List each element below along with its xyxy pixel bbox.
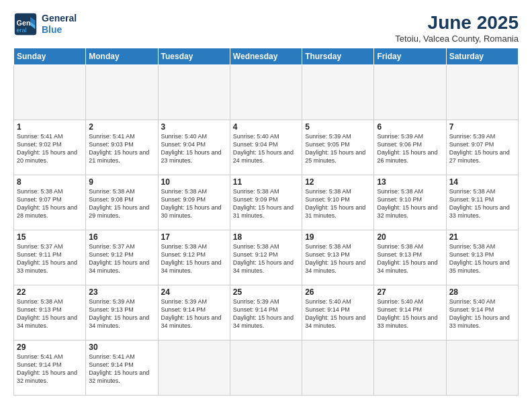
- weekday-header-row: SundayMondayTuesdayWednesdayThursdayFrid…: [14, 48, 519, 65]
- day-number: 14: [449, 177, 515, 187]
- calendar-cell: 16Sunrise: 5:37 AMSunset: 9:12 PMDayligh…: [86, 230, 158, 285]
- day-number: 10: [161, 177, 227, 187]
- calendar-cell: 24Sunrise: 5:39 AMSunset: 9:14 PMDayligh…: [158, 285, 230, 340]
- logo-text: General Blue: [42, 13, 77, 36]
- day-number: 11: [233, 177, 299, 187]
- svg-text:eral: eral: [17, 27, 27, 34]
- calendar-cell: [446, 65, 518, 120]
- day-detail: Sunrise: 5:38 AMSunset: 9:12 PMDaylight:…: [161, 242, 227, 275]
- calendar-cell: 20Sunrise: 5:38 AMSunset: 9:13 PMDayligh…: [374, 230, 446, 285]
- day-detail: Sunrise: 5:37 AMSunset: 9:12 PMDaylight:…: [89, 242, 154, 275]
- day-number: 9: [89, 177, 154, 187]
- calendar-cell: [302, 65, 374, 120]
- calendar-cell: [230, 65, 302, 120]
- calendar-cell: [14, 65, 86, 120]
- calendar-cell: [302, 340, 374, 396]
- day-number: 24: [161, 287, 227, 297]
- day-detail: Sunrise: 5:39 AMSunset: 9:14 PMDaylight:…: [161, 298, 227, 330]
- day-number: 17: [161, 232, 227, 242]
- calendar-cell: [158, 340, 230, 396]
- calendar-cell: 3Sunrise: 5:40 AMSunset: 9:04 PMDaylight…: [158, 120, 230, 175]
- title-block: June 2025 Tetoiu, Valcea County, Romania: [395, 12, 519, 44]
- day-detail: Sunrise: 5:41 AMSunset: 9:02 PMDaylight:…: [17, 132, 83, 165]
- calendar-week-row: 1Sunrise: 5:41 AMSunset: 9:02 PMDaylight…: [14, 120, 519, 175]
- day-number: 15: [17, 232, 83, 242]
- day-number: 20: [377, 232, 443, 242]
- day-detail: Sunrise: 5:40 AMSunset: 9:14 PMDaylight:…: [305, 298, 371, 330]
- day-detail: Sunrise: 5:38 AMSunset: 9:13 PMDaylight:…: [377, 242, 443, 275]
- day-number: 13: [377, 177, 443, 187]
- day-number: 21: [449, 232, 515, 242]
- day-number: 5: [305, 122, 371, 132]
- calendar-week-row: 8Sunrise: 5:38 AMSunset: 9:07 PMDaylight…: [14, 175, 519, 230]
- day-detail: Sunrise: 5:41 AMSunset: 9:14 PMDaylight:…: [17, 353, 83, 385]
- day-number: 7: [449, 122, 515, 132]
- calendar-cell: 25Sunrise: 5:39 AMSunset: 9:14 PMDayligh…: [230, 285, 302, 340]
- calendar-cell: 12Sunrise: 5:38 AMSunset: 9:10 PMDayligh…: [302, 175, 374, 230]
- day-number: 22: [17, 287, 83, 297]
- weekday-header-sunday: Sunday: [14, 48, 86, 65]
- day-detail: Sunrise: 5:41 AMSunset: 9:14 PMDaylight:…: [89, 353, 154, 385]
- day-number: 8: [17, 177, 83, 187]
- calendar-cell: [230, 340, 302, 396]
- calendar-cell: 26Sunrise: 5:40 AMSunset: 9:14 PMDayligh…: [302, 285, 374, 340]
- day-detail: Sunrise: 5:40 AMSunset: 9:04 PMDaylight:…: [161, 132, 227, 165]
- day-detail: Sunrise: 5:38 AMSunset: 9:10 PMDaylight:…: [305, 187, 371, 220]
- day-detail: Sunrise: 5:40 AMSunset: 9:14 PMDaylight:…: [377, 298, 443, 330]
- day-number: 28: [449, 287, 515, 297]
- calendar-cell: 17Sunrise: 5:38 AMSunset: 9:12 PMDayligh…: [158, 230, 230, 285]
- calendar-cell: 28Sunrise: 5:40 AMSunset: 9:14 PMDayligh…: [446, 285, 518, 340]
- main-title: June 2025: [395, 12, 519, 34]
- day-number: 6: [377, 122, 443, 132]
- day-detail: Sunrise: 5:39 AMSunset: 9:07 PMDaylight:…: [449, 132, 515, 165]
- logo-icon: Gen eral: [13, 12, 38, 36]
- day-detail: Sunrise: 5:38 AMSunset: 9:09 PMDaylight:…: [161, 187, 227, 220]
- day-number: 26: [305, 287, 371, 297]
- calendar-cell: 8Sunrise: 5:38 AMSunset: 9:07 PMDaylight…: [14, 175, 86, 230]
- calendar-cell: [374, 340, 446, 396]
- day-number: 12: [305, 177, 371, 187]
- calendar-week-row: [14, 65, 519, 120]
- calendar-cell: 7Sunrise: 5:39 AMSunset: 9:07 PMDaylight…: [446, 120, 518, 175]
- day-number: 2: [89, 122, 154, 132]
- day-number: 3: [161, 122, 227, 132]
- calendar-cell: 9Sunrise: 5:38 AMSunset: 9:08 PMDaylight…: [86, 175, 158, 230]
- calendar-cell: 10Sunrise: 5:38 AMSunset: 9:09 PMDayligh…: [158, 175, 230, 230]
- calendar-cell: 14Sunrise: 5:38 AMSunset: 9:11 PMDayligh…: [446, 175, 518, 230]
- calendar-cell: 23Sunrise: 5:39 AMSunset: 9:13 PMDayligh…: [86, 285, 158, 340]
- weekday-header-thursday: Thursday: [302, 48, 374, 65]
- calendar-cell: [446, 340, 518, 396]
- day-detail: Sunrise: 5:39 AMSunset: 9:06 PMDaylight:…: [377, 132, 443, 165]
- day-detail: Sunrise: 5:38 AMSunset: 9:10 PMDaylight:…: [377, 187, 443, 220]
- calendar-cell: 4Sunrise: 5:40 AMSunset: 9:04 PMDaylight…: [230, 120, 302, 175]
- day-detail: Sunrise: 5:38 AMSunset: 9:12 PMDaylight:…: [233, 242, 299, 275]
- day-detail: Sunrise: 5:39 AMSunset: 9:05 PMDaylight:…: [305, 132, 371, 165]
- header: Gen eral General Blue June 2025 Tetoiu, …: [13, 12, 519, 44]
- day-number: 29: [17, 342, 83, 352]
- day-number: 18: [233, 232, 299, 242]
- day-detail: Sunrise: 5:38 AMSunset: 9:13 PMDaylight:…: [305, 242, 371, 275]
- day-number: 25: [233, 287, 299, 297]
- subtitle: Tetoiu, Valcea County, Romania: [395, 34, 519, 44]
- day-detail: Sunrise: 5:37 AMSunset: 9:11 PMDaylight:…: [17, 242, 83, 275]
- calendar-week-row: 15Sunrise: 5:37 AMSunset: 9:11 PMDayligh…: [14, 230, 519, 285]
- calendar-cell: [86, 65, 158, 120]
- day-detail: Sunrise: 5:38 AMSunset: 9:13 PMDaylight:…: [449, 242, 515, 275]
- day-detail: Sunrise: 5:38 AMSunset: 9:13 PMDaylight:…: [17, 298, 83, 330]
- calendar-cell: 19Sunrise: 5:38 AMSunset: 9:13 PMDayligh…: [302, 230, 374, 285]
- day-detail: Sunrise: 5:39 AMSunset: 9:13 PMDaylight:…: [89, 298, 154, 330]
- calendar-table: SundayMondayTuesdayWednesdayThursdayFrid…: [13, 48, 519, 396]
- calendar-cell: [374, 65, 446, 120]
- weekday-header-monday: Monday: [86, 48, 158, 65]
- day-detail: Sunrise: 5:40 AMSunset: 9:04 PMDaylight:…: [233, 132, 299, 165]
- day-number: 1: [17, 122, 83, 132]
- day-detail: Sunrise: 5:38 AMSunset: 9:07 PMDaylight:…: [17, 187, 83, 220]
- day-number: 16: [89, 232, 154, 242]
- weekday-header-tuesday: Tuesday: [158, 48, 230, 65]
- calendar-cell: 18Sunrise: 5:38 AMSunset: 9:12 PMDayligh…: [230, 230, 302, 285]
- day-detail: Sunrise: 5:39 AMSunset: 9:14 PMDaylight:…: [233, 298, 299, 330]
- calendar-cell: 11Sunrise: 5:38 AMSunset: 9:09 PMDayligh…: [230, 175, 302, 230]
- day-detail: Sunrise: 5:38 AMSunset: 9:11 PMDaylight:…: [449, 187, 515, 220]
- calendar-cell: 1Sunrise: 5:41 AMSunset: 9:02 PMDaylight…: [14, 120, 86, 175]
- calendar-cell: 27Sunrise: 5:40 AMSunset: 9:14 PMDayligh…: [374, 285, 446, 340]
